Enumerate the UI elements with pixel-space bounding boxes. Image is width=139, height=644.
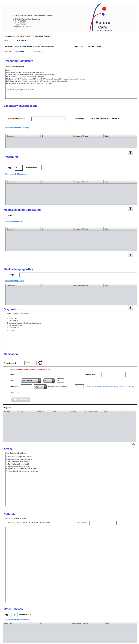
column-header-status: Status <box>104 180 137 184</box>
consultant-input[interactable] <box>90 521 116 525</box>
special-notes-input[interactable] <box>101 372 126 377</box>
patient-name-value: NEIL RICHARD WATSON <box>33 46 54 48</box>
table-body-empty <box>6 138 137 148</box>
uss-input[interactable] <box>16 213 137 218</box>
section-title-laboratory: Laboratory Investigations <box>4 104 37 108</box>
refresh-prescription-button[interactable] <box>38 360 43 366</box>
other-services-qty-label: Qty : <box>6 614 9 616</box>
table-header-row: Department ID Investigation/Service Stat… <box>6 180 137 184</box>
heart-icon: ♥ <box>102 26 103 28</box>
xray-input[interactable] <box>20 272 137 277</box>
column-header-status: Status <box>104 284 137 287</box>
trash-icon <box>129 253 132 256</box>
reffering-doctor-input[interactable] <box>22 521 60 525</box>
visit-date-value: 2025-03-14 <box>33 50 42 52</box>
date-value: 2025-03-14 <box>17 39 26 42</box>
drug-label: Drug <box>10 374 14 375</box>
procedures-input[interactable] <box>42 165 137 170</box>
age-label: Age <box>75 46 78 48</box>
recommended-xray-label: Recommended X-Rays <box>6 280 24 282</box>
column-header-id: ID <box>39 622 71 625</box>
colon: : <box>14 46 14 48</box>
section-title-medication: Medication <box>4 353 18 356</box>
consultant-label: Consultant <box>78 522 86 524</box>
per-meal-label: Drugs/Tablets per meal : <box>48 386 68 388</box>
other-services-input[interactable] <box>33 612 114 617</box>
futurecare-logo: Future Care ♥ Body Mind Soul <box>88 1 117 32</box>
trash-icon <box>129 207 132 210</box>
column-header-status: Status <box>103 622 137 625</box>
lab-investigation-input[interactable] <box>32 116 66 121</box>
colon: : <box>16 39 16 42</box>
chevron-down-icon: ▼ <box>38 379 41 382</box>
total-label: Total <box>10 391 14 393</box>
section-title-ultrasound: Medical Imaging Ultra Sound <box>4 208 41 212</box>
diagnosis-textarea[interactable]: 1. Dislipidemia 2. CKD stage 2 3. subopt… <box>6 316 137 348</box>
company-address: Le Chainter,Victoria,Mahe,Seychelles T: … <box>13 18 40 28</box>
duration-unit-select[interactable]: Day/s ▼ <box>34 384 47 389</box>
procedures-table: Department ID Investigation/Service Stat… <box>6 180 137 205</box>
visit-id-label: Visit ID <box>5 50 11 52</box>
patient-id-value: 9769 <box>15 46 19 48</box>
delete-lab-button[interactable] <box>128 150 133 155</box>
table-header-row: Department ID Investigation/Service Stat… <box>6 134 137 138</box>
drug-input[interactable] <box>21 372 80 377</box>
column-header-department: Department <box>6 227 40 230</box>
procedures-qty-label: Qty : <box>8 167 12 168</box>
recommended-procedures-label: Recommended Procedures <box>6 173 28 175</box>
table-body-empty <box>3 413 136 442</box>
delete-uss-button[interactable] <box>128 252 133 257</box>
section-title-refferals: Refferals <box>4 513 15 516</box>
recommended-uss-label: Recommended USS <box>6 220 22 222</box>
column-header-id: ID <box>40 180 72 184</box>
column-header-drug-id: Drug ID <box>3 410 19 413</box>
frequency-select[interactable]: OD ▼ <box>43 378 55 383</box>
column-header-department: Department <box>6 284 40 287</box>
add-icon <box>14 398 17 401</box>
table-header-row: Drug ID Drug Fequency Way Duration Durat… <box>3 410 136 413</box>
gender-label: Gender <box>88 46 94 48</box>
complaints-subtitle: Enter Complaints Here <box>6 66 24 67</box>
logo-word-future: Future <box>96 20 110 25</box>
delete-xray-button[interactable] <box>128 305 133 310</box>
refferal-list-box[interactable] <box>6 527 137 602</box>
advice-textarea[interactable]: 1. counseled on weight loss, exercise 2.… <box>6 454 137 506</box>
colon: : <box>16 380 16 382</box>
colon: : <box>80 46 80 48</box>
colon: : <box>32 46 32 48</box>
procedures-qty-input[interactable] <box>15 165 23 171</box>
way-label: Way <box>10 380 14 382</box>
complaints-textarea[interactable]: pt seen, managed for LRTI r/o Community … <box>6 69 137 98</box>
letterhead-divider <box>13 17 86 17</box>
recommended-other-services-label: Recommended Other Services <box>6 618 30 620</box>
add-drug-button[interactable]: Add Drug <box>12 397 30 402</box>
advice-subtitle: Enter Doctor's Advice Here <box>6 452 26 454</box>
other-services-qty-input[interactable] <box>11 612 18 617</box>
column-header-department: Department <box>6 134 40 138</box>
delete-procedure-button[interactable] <box>128 206 133 211</box>
patient-id-label: Patient ID <box>5 46 13 48</box>
prescription-id-input[interactable] <box>24 361 36 365</box>
section-title-advice: Advice <box>4 448 12 451</box>
section-title-diagnosis: Diagnosis <box>4 308 16 311</box>
way-qty-input[interactable] <box>57 378 64 383</box>
way-select[interactable]: Before Meal ▼ <box>21 378 41 383</box>
diagnosis-subtitle: Enter Diagnosis Details Here <box>7 313 29 315</box>
duration-input[interactable] <box>21 384 32 389</box>
column-header-investigation: Investigation/Service <box>72 284 104 287</box>
refferals-subtitle: Select the needed Refferal <box>6 517 26 519</box>
per-meal-input[interactable] <box>75 384 84 389</box>
duration-label: Duration : <box>10 386 18 388</box>
column-header-department: Department <box>6 180 40 184</box>
delete-drug-button[interactable] <box>131 442 136 448</box>
visit-date-label: Date <box>20 50 24 52</box>
table-body-empty <box>6 231 137 251</box>
column-header-investigation: Investigation/Service <box>72 227 104 230</box>
patient-name-label: Patient Name <box>20 46 32 48</box>
chevron-down-icon: ▼ <box>52 379 54 382</box>
column-header-qty: Qty <box>120 410 136 413</box>
trash-icon <box>132 443 135 448</box>
column-header-investigation: Investigation / Service <box>71 622 103 625</box>
consulted-by-label: Consulted By <box>4 35 15 37</box>
xray-label: X-Rays : <box>8 274 15 276</box>
